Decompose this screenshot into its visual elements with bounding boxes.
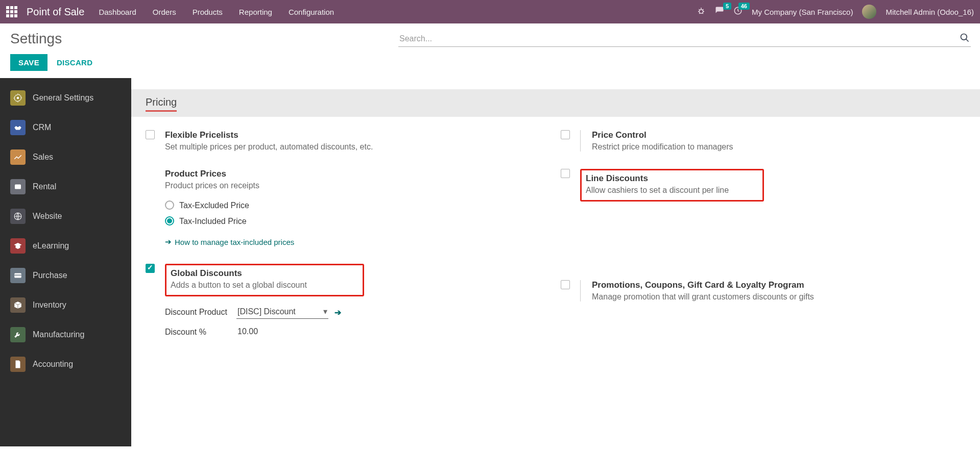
sidebar-item-general-settings[interactable]: General Settings bbox=[0, 83, 131, 113]
nav-links: Dashboard Orders Products Reporting Conf… bbox=[99, 8, 697, 16]
label-discount-pc: Discount % bbox=[165, 328, 236, 337]
nav-orders[interactable]: Orders bbox=[153, 8, 176, 16]
radio-tax-excluded[interactable] bbox=[165, 201, 174, 210]
settings-grid: Flexible Pricelists Set multiple prices … bbox=[131, 117, 980, 355]
avatar[interactable] bbox=[862, 5, 876, 19]
search-icon[interactable] bbox=[960, 33, 970, 45]
nav-reporting[interactable]: Reporting bbox=[239, 8, 272, 16]
company-switcher[interactable]: My Company (San Francisco) bbox=[752, 8, 853, 16]
apps-icon[interactable] bbox=[6, 6, 17, 17]
svg-rect-7 bbox=[14, 275, 21, 276]
bug-icon[interactable] bbox=[697, 6, 706, 17]
setting-price-control: Price Control Restrict price modificatio… bbox=[561, 130, 966, 152]
setting-desc: Adds a button to set a global discount bbox=[171, 281, 355, 290]
body: General Settings CRM Sales Rental Websit… bbox=[0, 78, 980, 446]
setting-line-discounts: Line Discounts Allow cashiers to set a d… bbox=[561, 169, 966, 202]
input-discount-pc[interactable]: 10.00 bbox=[236, 326, 328, 338]
sidebar-item-website[interactable]: Website bbox=[0, 202, 131, 231]
setting-product-prices: Product Prices Product prices on receipt… bbox=[146, 169, 551, 246]
card-icon bbox=[10, 268, 26, 283]
sidebar-item-label: General Settings bbox=[33, 93, 93, 103]
select-value: [DISC] Discount bbox=[237, 307, 296, 316]
chat-icon[interactable]: 5 bbox=[715, 6, 724, 17]
wrench-icon bbox=[10, 327, 26, 342]
setting-title: Promotions, Coupons, Gift Card & Loyalty… bbox=[592, 280, 966, 290]
arrow-right-icon: ➔ bbox=[165, 237, 172, 246]
sidebar-item-purchase[interactable]: Purchase bbox=[0, 261, 131, 290]
setting-promotions: Promotions, Coupons, Gift Card & Loyalty… bbox=[561, 280, 966, 302]
sidebar-item-label: CRM bbox=[33, 123, 51, 132]
checkbox-global-discounts[interactable] bbox=[146, 264, 155, 273]
external-link-icon[interactable]: ➔ bbox=[334, 308, 341, 317]
settings-sidebar[interactable]: General Settings CRM Sales Rental Websit… bbox=[0, 78, 131, 446]
sidebar-item-label: Rental bbox=[33, 182, 56, 191]
gear-icon bbox=[10, 90, 26, 106]
svg-point-3 bbox=[17, 97, 19, 99]
checkbox-promotions[interactable] bbox=[561, 280, 570, 289]
content-area[interactable]: Pricing Flexible Pricelists Set multiple… bbox=[131, 78, 980, 446]
settings-col-right: Price Control Restrict price modificatio… bbox=[561, 130, 966, 344]
select-discount-product[interactable]: [DISC] Discount ▾ bbox=[236, 306, 328, 319]
setting-desc: Manage promotion that will grant custome… bbox=[592, 292, 966, 302]
setting-flexible-pricelists: Flexible Pricelists Set multiple prices … bbox=[146, 130, 551, 152]
nav-right: 5 46 My Company (San Francisco) Mitchell… bbox=[697, 5, 974, 19]
svg-rect-4 bbox=[15, 185, 21, 189]
sidebar-item-elearning[interactable]: eLearning bbox=[0, 231, 131, 261]
key-icon bbox=[10, 179, 26, 194]
nav-products[interactable]: Products bbox=[193, 8, 223, 16]
sidebar-item-sales[interactable]: Sales bbox=[0, 142, 131, 172]
user-menu[interactable]: Mitchell Admin (Odoo_16) bbox=[886, 8, 974, 16]
radio-label: Tax-Included Price bbox=[179, 217, 247, 225]
setting-title: Flexible Pricelists bbox=[165, 130, 551, 140]
chevron-down-icon: ▾ bbox=[323, 307, 327, 316]
settings-col-left: Flexible Pricelists Set multiple prices … bbox=[146, 130, 551, 344]
sidebar-item-crm[interactable]: CRM bbox=[0, 113, 131, 142]
sidebar-item-label: eLearning bbox=[33, 241, 69, 250]
doc-icon bbox=[10, 357, 26, 372]
radio-label: Tax-Excluded Price bbox=[179, 201, 249, 210]
page-title: Settings bbox=[10, 31, 398, 47]
help-link-label: How to manage tax-included prices bbox=[175, 238, 294, 246]
sidebar-item-label: Purchase bbox=[33, 271, 67, 280]
sidebar-item-manufacturing[interactable]: Manufacturing bbox=[0, 320, 131, 349]
setting-title: Line Discounts bbox=[586, 173, 755, 184]
help-link-tax[interactable]: ➔ How to manage tax-included prices bbox=[165, 237, 294, 246]
sidebar-item-accounting[interactable]: Accounting bbox=[0, 349, 131, 379]
action-row: SAVE DISCARD bbox=[0, 50, 980, 78]
highlight-line-discounts: Line Discounts Allow cashiers to set a d… bbox=[580, 169, 764, 202]
checkbox-flexible-pricelists[interactable] bbox=[146, 130, 155, 139]
nav-dashboard[interactable]: Dashboard bbox=[99, 8, 136, 16]
setting-title: Price Control bbox=[592, 130, 966, 140]
sidebar-item-label: Website bbox=[33, 212, 62, 221]
checkbox-price-control[interactable] bbox=[561, 130, 570, 139]
app-brand[interactable]: Point of Sale bbox=[27, 6, 84, 18]
chat-badge: 5 bbox=[723, 3, 731, 10]
sidebar-item-label: Accounting bbox=[33, 360, 73, 369]
header-row: Settings bbox=[0, 23, 980, 50]
search-input[interactable] bbox=[398, 31, 971, 47]
setting-global-discounts: Global Discounts Adds a button to set a … bbox=[146, 264, 551, 338]
top-navbar: Point of Sale Dashboard Orders Products … bbox=[0, 0, 980, 23]
trend-icon bbox=[10, 149, 26, 165]
sidebar-item-inventory[interactable]: Inventory bbox=[0, 290, 131, 320]
nav-configuration[interactable]: Configuration bbox=[289, 8, 334, 16]
setting-desc: Allow cashiers to set a discount per lin… bbox=[586, 186, 755, 195]
svg-point-2 bbox=[961, 34, 967, 40]
setting-title: Global Discounts bbox=[171, 268, 355, 279]
search-wrap bbox=[398, 31, 970, 47]
discard-button[interactable]: DISCARD bbox=[55, 54, 94, 71]
checkbox-line-discounts[interactable] bbox=[561, 169, 570, 178]
sidebar-item-rental[interactable]: Rental bbox=[0, 172, 131, 202]
cap-icon bbox=[10, 238, 26, 254]
section-title: Pricing bbox=[146, 96, 177, 112]
clock-icon[interactable]: 46 bbox=[733, 6, 743, 17]
section-header-pricing: Pricing bbox=[131, 89, 980, 117]
globe-icon bbox=[10, 209, 26, 224]
clock-badge: 46 bbox=[738, 3, 750, 10]
sidebar-item-label: Inventory bbox=[33, 300, 66, 310]
save-button[interactable]: SAVE bbox=[10, 54, 47, 71]
setting-desc: Product prices on receipts bbox=[165, 181, 551, 190]
radio-tax-included[interactable] bbox=[165, 216, 174, 225]
setting-desc: Restrict price modification to managers bbox=[592, 142, 966, 152]
setting-desc: Set multiple prices per product, automat… bbox=[165, 142, 551, 152]
